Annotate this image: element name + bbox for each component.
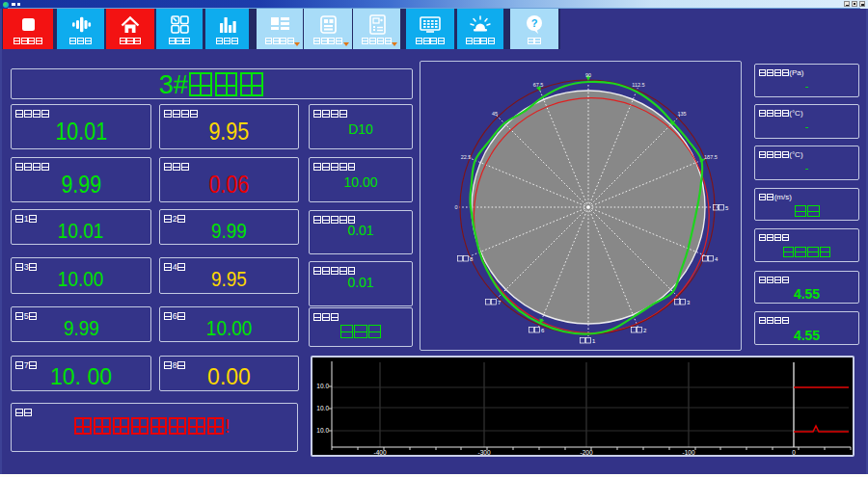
svg-text:2: 2	[643, 328, 647, 333]
svg-text:-300: -300	[477, 449, 490, 455]
svg-text:6: 6	[541, 328, 545, 333]
svg-text:0: 0	[792, 449, 796, 455]
svg-text:?: ?	[531, 17, 538, 29]
svg-text:-100: -100	[682, 449, 694, 455]
svg-text:45: 45	[492, 111, 498, 117]
svg-text:1: 1	[592, 338, 596, 344]
svg-text:-200: -200	[580, 449, 592, 455]
svg-text:67.5: 67.5	[533, 82, 544, 88]
svg-text:157.5: 157.5	[704, 154, 718, 160]
svg-text:90: 90	[585, 72, 591, 78]
svg-text:10.0: 10.0	[316, 383, 329, 389]
svg-text:10.0: 10.0	[316, 427, 329, 434]
svg-text:-400: -400	[373, 449, 386, 455]
svg-text:5: 5	[725, 205, 729, 211]
svg-text:22.5: 22.5	[461, 154, 472, 160]
svg-text:0: 0	[454, 204, 457, 210]
svg-text:8: 8	[470, 256, 474, 262]
svg-text:10.0: 10.0	[316, 405, 329, 411]
svg-text:4: 4	[715, 256, 719, 262]
svg-text:135: 135	[677, 111, 686, 117]
svg-text:3: 3	[687, 300, 691, 305]
svg-text:112.5: 112.5	[632, 82, 644, 88]
